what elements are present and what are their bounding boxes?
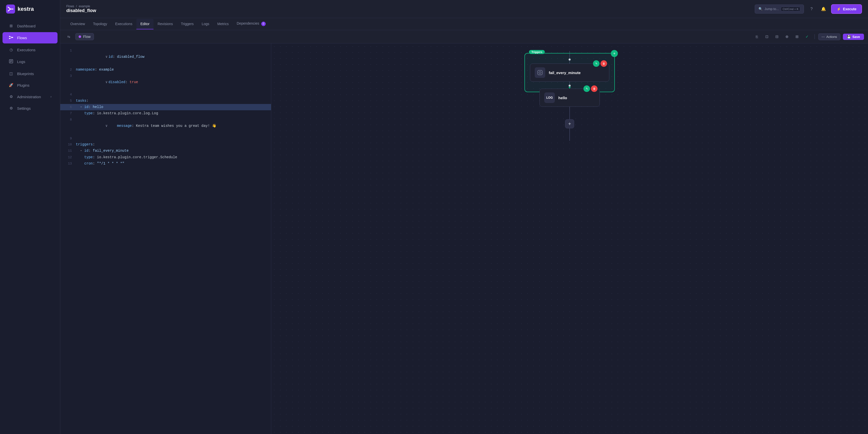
edit-log-button[interactable]: ✎ xyxy=(583,85,590,92)
sidebar-item-plugins[interactable]: 🚀 Plugins xyxy=(2,80,58,90)
svg-line-5 xyxy=(10,37,12,38)
sidebar-item-executions[interactable]: ◷ Executions xyxy=(2,44,58,55)
editor-main: ⇆ Flow ⎘ ⊡ ⊟ ⊕ ⊞ ✓ ⋯ Actions 💾 xyxy=(60,30,868,434)
tab-topology[interactable]: Topology xyxy=(89,19,111,29)
dashboard-icon: ⊞ xyxy=(8,24,13,28)
search-icon: 🔍 xyxy=(758,7,763,11)
expand-icon[interactable]: ⊞ xyxy=(794,33,801,40)
svg-point-11 xyxy=(539,71,541,73)
triggers-container: Triggers + ✎ 🗑 xyxy=(524,53,615,92)
sidebar-item-label: Dashboard xyxy=(17,24,35,28)
sidebar-item-logs[interactable]: Logs xyxy=(2,56,58,67)
code-line-13: 13 cron: "*/1 * * * *" xyxy=(60,160,271,167)
sidebar-item-label: Blueprints xyxy=(17,71,34,76)
code-editor[interactable]: 1 ∨id: disabled_flow 2 namespace: exampl… xyxy=(60,43,271,434)
sidebar-item-flows[interactable]: Flows xyxy=(2,32,58,43)
chevron-right-icon: › xyxy=(51,95,52,98)
save-icon: 💾 xyxy=(847,35,851,39)
connector-section-3 xyxy=(569,107,570,119)
breadcrumb-flows-link[interactable]: Flows xyxy=(66,4,74,8)
actions-dots-icon: ⋯ xyxy=(822,35,825,39)
chevron-collapse-3[interactable]: ∨ xyxy=(105,80,107,84)
jump-to-kbd: Ctrl/Cmd + K xyxy=(781,7,800,11)
code-line-11: 11 - id: fail_every_minute xyxy=(60,148,271,154)
toggle-sidebar-button[interactable]: ⇆ xyxy=(64,32,73,41)
split-vertical-icon[interactable]: ⊟ xyxy=(773,33,781,40)
editor-area: 1 ∨id: disabled_flow 2 namespace: exampl… xyxy=(60,43,868,434)
chevron-collapse-1[interactable]: ∨ xyxy=(105,55,107,59)
log-node-icon: LOG xyxy=(544,92,555,103)
code-line-3: 3 ∨disabled: true xyxy=(60,73,271,92)
add-node-after-button[interactable]: + xyxy=(565,119,574,128)
actions-label: Actions xyxy=(826,35,837,39)
execute-icon: ⚡ xyxy=(837,7,841,11)
help-button[interactable]: ? xyxy=(807,4,816,13)
log-node-action-buttons: ✎ 🗑 xyxy=(583,85,597,92)
save-label: Save xyxy=(852,35,860,39)
tab-metrics[interactable]: Metrics xyxy=(213,19,232,29)
flows-icon xyxy=(8,35,13,40)
trigger-node: ✎ 🗑 fail_every_minute xyxy=(530,64,609,82)
actions-button[interactable]: ⋯ Actions xyxy=(818,33,840,40)
code-line-1: 1 ∨id: disabled_flow xyxy=(60,48,271,67)
connector-dot-bottom xyxy=(569,85,570,87)
blueprints-icon: ◫ xyxy=(8,71,13,76)
sidebar-item-blueprints[interactable]: ◫ Blueprints xyxy=(2,68,58,79)
jump-to-label: Jump to... xyxy=(765,7,779,11)
breadcrumb: Flows / example disabled_flow xyxy=(66,4,96,13)
sidebar-item-label: Plugins xyxy=(17,83,29,87)
administration-icon: ⚙ xyxy=(8,94,13,99)
dependencies-badge: 0 xyxy=(261,22,266,26)
flow-title: disabled_flow xyxy=(66,8,96,13)
tabs-bar: Overview Topology Executions Editor Revi… xyxy=(60,18,868,30)
log-node: ✎ 🗑 LOG hello xyxy=(539,89,600,107)
sidebar-item-dashboard[interactable]: ⊞ Dashboard xyxy=(2,21,58,31)
code-line-6: 6 - id: hello xyxy=(60,104,271,110)
triggers-expand-button[interactable]: + xyxy=(611,50,618,57)
save-button[interactable]: 💾 Save xyxy=(843,34,864,40)
delete-log-button[interactable]: 🗑 xyxy=(591,85,597,92)
main-content: Flows / example disabled_flow 🔍 Jump to.… xyxy=(60,0,868,434)
connector-dot-top xyxy=(569,59,570,61)
tab-logs[interactable]: Logs xyxy=(198,19,213,29)
notifications-button[interactable]: 🔔 xyxy=(819,4,828,13)
code-line-7: 7 type: io.kestra.plugin.core.log.Log xyxy=(60,110,271,117)
sidebar-item-settings[interactable]: ⚙ Settings xyxy=(2,103,58,114)
tab-triggers[interactable]: Triggers xyxy=(177,19,198,29)
tab-executions[interactable]: Executions xyxy=(111,19,136,29)
trigger-node-icon xyxy=(535,67,545,78)
connector-section-4 xyxy=(569,128,570,141)
node-action-buttons: ✎ 🗑 xyxy=(593,60,607,67)
delete-trigger-button[interactable]: 🗑 xyxy=(600,60,607,67)
copy-icon[interactable]: ⎘ xyxy=(753,33,761,40)
flow-badge[interactable]: Flow xyxy=(75,33,94,40)
code-line-12: 12 type: io.kestra.plugin.core.trigger.S… xyxy=(60,154,271,160)
toolbar-right: ⎘ ⊡ ⊟ ⊕ ⊞ ✓ ⋯ Actions 💾 Save xyxy=(753,33,864,40)
jump-to-button[interactable]: 🔍 Jump to... Ctrl/Cmd + K xyxy=(755,4,804,13)
edit-trigger-button[interactable]: ✎ xyxy=(593,60,599,67)
tab-revisions[interactable]: Revisions xyxy=(153,19,177,29)
breadcrumb-separator: / xyxy=(76,4,77,8)
sidebar-item-label: Settings xyxy=(17,106,31,111)
svg-rect-2 xyxy=(9,38,10,39)
sidebar-item-label: Logs xyxy=(17,60,25,64)
trigger-node-name: fail_every_minute xyxy=(549,70,581,75)
split-horizontal-icon[interactable]: ⊡ xyxy=(763,33,771,40)
execute-button[interactable]: ⚡ Execute xyxy=(831,4,862,14)
vertical-line-3 xyxy=(569,107,570,119)
log-node-name: hello xyxy=(558,96,567,100)
tree-icon[interactable]: ⊕ xyxy=(783,33,791,40)
tab-dependencies[interactable]: Dependencies 0 xyxy=(232,18,270,30)
chevron-collapse-8[interactable]: ∨ xyxy=(105,124,107,128)
tab-overview[interactable]: Overview xyxy=(66,19,89,29)
sidebar-item-administration[interactable]: ⚙ Administration › xyxy=(2,91,58,102)
check-icon[interactable]: ✓ xyxy=(803,33,811,40)
code-line-5: 5 tasks: xyxy=(60,98,271,104)
tab-editor[interactable]: Editor xyxy=(136,19,154,29)
sidebar-item-label: Executions xyxy=(17,48,35,52)
breadcrumb-example-link[interactable]: example xyxy=(79,4,90,8)
kestra-logo-icon xyxy=(6,4,15,13)
svg-rect-10 xyxy=(538,70,542,75)
topbar: Flows / example disabled_flow 🔍 Jump to.… xyxy=(60,0,868,18)
svg-line-4 xyxy=(10,36,12,37)
